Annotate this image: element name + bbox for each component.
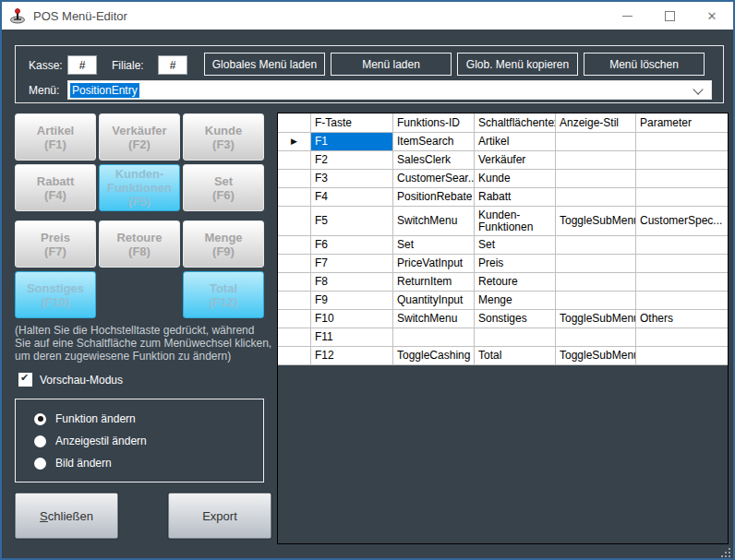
grid-cell[interactable]: CustomerSear... — [393, 170, 475, 188]
grid-cell[interactable]: PriceVatInput — [393, 255, 475, 273]
grid-cell[interactable] — [636, 255, 728, 273]
minimize-button[interactable] — [606, 2, 648, 30]
grid-cell[interactable]: F6 — [311, 236, 393, 255]
radio-option[interactable]: Anzeigestil ändern — [34, 435, 263, 447]
grid-cell[interactable]: F1 — [311, 133, 393, 151]
grid-cell[interactable]: CustomerSpec... — [636, 207, 728, 236]
grid-cell[interactable]: Preis — [475, 255, 556, 273]
grid-cell[interactable]: ReturnItem — [393, 273, 475, 292]
grid-cell[interactable] — [636, 292, 728, 310]
keypad-button[interactable]: Total(F12) — [183, 271, 264, 318]
grid-cell[interactable]: PositionRebate — [393, 188, 475, 207]
grid-cell[interactable]: Artikel — [475, 133, 556, 151]
grid-cell[interactable]: F7 — [311, 255, 393, 273]
grid-cell[interactable]: SwitchMenu — [393, 207, 475, 236]
grid-cell[interactable]: F2 — [311, 151, 393, 170]
grid-cell[interactable] — [636, 133, 728, 151]
grid-cell[interactable] — [393, 328, 475, 347]
grid-cell[interactable]: ToggleSubMenu — [556, 347, 636, 365]
grid-cell[interactable]: SalesClerk — [393, 151, 475, 170]
keypad-button[interactable]: Kunden- Funktionen(F5) — [99, 164, 180, 211]
row-selector-cell[interactable] — [278, 273, 311, 292]
grid-cell[interactable]: F10 — [311, 310, 393, 328]
grid-column-header[interactable]: F-Taste — [311, 113, 393, 133]
radio-option[interactable]: Funktion ändern — [34, 412, 263, 425]
grid-column-header[interactable]: Funktions-ID — [393, 113, 475, 133]
grid-cell[interactable] — [556, 292, 636, 310]
grid-cell[interactable] — [556, 328, 636, 347]
grid-cell[interactable]: F4 — [311, 188, 393, 207]
toolbar-button[interactable]: Globales Menü laden — [204, 53, 325, 76]
grid-cell[interactable]: ItemSearch — [393, 133, 475, 151]
row-selector-cell[interactable] — [278, 328, 311, 347]
keypad-button[interactable]: Rabatt(F4) — [15, 164, 96, 211]
grid-cell[interactable]: F5 — [311, 207, 393, 236]
grid-cell[interactable]: Verkäufer — [475, 151, 556, 170]
grid-corner-cell[interactable] — [278, 113, 311, 133]
grid-cell[interactable]: ToggleCashing — [393, 347, 475, 365]
grid-cell[interactable]: Set — [393, 236, 475, 255]
grid-cell[interactable]: Sonstiges — [475, 310, 556, 328]
grid-cell[interactable]: F8 — [311, 273, 393, 292]
row-selector-cell[interactable] — [278, 188, 311, 207]
row-selector-cell[interactable] — [278, 310, 311, 328]
grid-cell[interactable]: F12 — [311, 347, 393, 365]
kasse-input[interactable] — [67, 55, 97, 75]
grid-cell[interactable] — [636, 328, 728, 347]
grid-cell[interactable]: F11 — [311, 328, 393, 347]
grid-cell[interactable] — [636, 347, 728, 365]
grid-cell[interactable]: Rabatt — [475, 188, 556, 207]
row-selector-cell[interactable] — [278, 170, 311, 188]
row-selector-cell[interactable] — [278, 236, 311, 255]
toolbar-button[interactable]: Glob. Menü kopieren — [457, 53, 578, 76]
grid-column-header[interactable]: Schaltflächentext — [475, 113, 556, 133]
grid-cell[interactable]: F3 — [311, 170, 393, 188]
keypad-button[interactable]: Preis(F7) — [15, 220, 96, 268]
grid-cell[interactable]: F9 — [311, 292, 393, 310]
radio-option[interactable]: Bild ändern — [34, 457, 263, 470]
grid-cell[interactable] — [636, 188, 728, 207]
row-selector-cell[interactable] — [278, 255, 311, 273]
grid-cell[interactable] — [556, 236, 636, 255]
grid-cell[interactable]: Kunde — [475, 170, 556, 188]
grid-cell[interactable] — [556, 133, 636, 151]
menu-combobox[interactable]: PositionEntry — [67, 80, 712, 100]
toolbar-button[interactable]: Menü löschen — [584, 53, 705, 76]
grid-cell[interactable] — [636, 151, 728, 170]
keypad-button[interactable]: Sonstiges(F10) — [15, 271, 96, 318]
grid-cell[interactable] — [556, 170, 636, 188]
grid-cell[interactable] — [636, 170, 728, 188]
grid-cell[interactable] — [636, 236, 728, 255]
grid-cell[interactable] — [475, 328, 556, 347]
maximize-button[interactable] — [648, 2, 691, 30]
preview-mode-toggle[interactable]: Vorschau-Modus — [18, 373, 123, 387]
grid-column-header[interactable]: Parameter — [636, 113, 728, 133]
grid-cell[interactable]: Menge — [475, 292, 556, 310]
export-button[interactable]: Export — [168, 493, 271, 539]
grid-cell[interactable]: ToggleSubMenu — [556, 207, 636, 236]
keypad-button[interactable]: Artikel(F1) — [15, 113, 96, 161]
grid-column-header[interactable]: Anzeige-Stil — [556, 113, 636, 133]
row-selector-cell[interactable]: ▶ — [278, 133, 311, 151]
toolbar-button[interactable]: Menü laden — [331, 53, 452, 76]
keypad-button[interactable]: Kunde(F3) — [183, 113, 264, 161]
grid-cell[interactable]: Set — [475, 236, 556, 255]
row-selector-cell[interactable] — [278, 292, 311, 310]
close-button[interactable]: Schließen — [15, 493, 118, 539]
grid-cell[interactable]: SwitchMenu — [393, 310, 475, 328]
grid-cell[interactable] — [556, 151, 636, 170]
grid-cell[interactable]: Kunden- Funktionen — [475, 207, 556, 236]
resize-grip[interactable] — [729, 555, 730, 557]
grid-cell[interactable]: QuantityInput — [393, 292, 475, 310]
grid-cell[interactable]: Total — [475, 347, 556, 365]
row-selector-cell[interactable] — [278, 151, 311, 170]
grid-cell[interactable]: Retoure — [475, 273, 556, 292]
keypad-button[interactable]: Retoure(F8) — [99, 220, 180, 268]
grid-cell[interactable] — [556, 255, 636, 273]
keypad-button[interactable]: Set(F6) — [183, 164, 264, 211]
grid-cell[interactable]: Others — [636, 310, 728, 328]
row-selector-cell[interactable] — [278, 207, 311, 236]
close-window-button[interactable]: ✕ — [691, 2, 733, 30]
filiale-input[interactable] — [158, 55, 187, 75]
grid-cell[interactable] — [556, 273, 636, 292]
